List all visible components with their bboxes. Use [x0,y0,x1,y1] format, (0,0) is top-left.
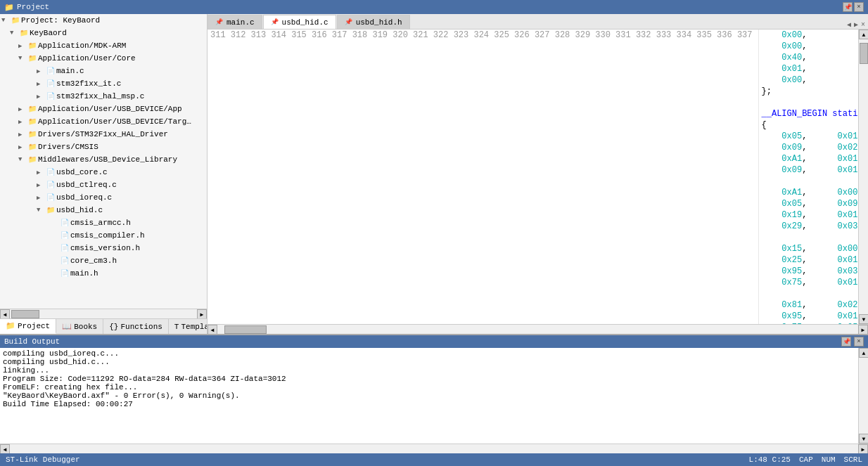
build-scrollbar-v[interactable]: ▲ ▼ [858,348,868,444]
tree-item-main-h[interactable]: ▶ 📄 main.h [0,267,207,280]
folder-icon: 📁 [10,15,21,26]
tab-nav-left[interactable]: ◀ [847,20,851,29]
scroll-right[interactable]: ▶ [858,444,868,454]
expand-icon: ▶ [37,181,45,189]
scroll-track-v[interactable] [859,39,868,314]
tab-usbd-hid-h[interactable]: 📌 usbd_hid.h [337,15,410,29]
item-label: Application/User/USB_DEVICE/Targ… [38,117,191,126]
scroll-up-btn[interactable]: ▲ [859,30,868,39]
title-bar-label: Project [17,3,49,11]
project-tab-label: Project [18,322,50,330]
minimize-button[interactable]: × [854,2,864,12]
tree-item-cmsis[interactable]: ▶ 📁 Drivers/CMSIS [0,141,207,153]
editor-scrollbar-v[interactable]: ▲ ▼ [858,30,868,324]
folder-icon: 📁 [27,116,38,127]
title-bar-buttons[interactable]: 📌 × [843,2,864,12]
item-label: cmsis_compiler.h [70,231,145,240]
tab-usbd-hid-c[interactable]: 📌 usbd_hid.c [263,15,336,29]
tab-nav: ◀ ▶ × [844,20,868,29]
main-area: ▼ 📁 Project: KeyBaord ▼ 📁 KeyBaord ▶ 📁 A… [0,14,868,334]
tree-item-cmsis-compiler[interactable]: ▶ 📄 cmsis_compiler.h [0,229,207,242]
tab-project[interactable]: 📁 Project [0,319,56,334]
folder-icon: 📁 [45,205,56,216]
build-close-btn[interactable]: × [854,337,864,347]
status-right: L:48 C:25 CAP NUM SCRL [749,455,862,464]
tree-item-usbd-ioreq[interactable]: ▶ 📄 usbd_ioreq.c [0,191,207,204]
item-label: Middlewares/USB_Device_Library [38,155,177,164]
scroll-track-h[interactable] [217,325,858,334]
sidebar: ▼ 📁 Project: KeyBaord ▼ 📁 KeyBaord ▶ 📁 A… [0,14,208,334]
scroll-up[interactable]: ▲ [859,348,868,358]
scroll-right-h[interactable]: ▶ [858,325,868,334]
expand-icon: ▶ [37,93,45,101]
item-label: main.h [70,269,98,278]
tree-item-stm32-hal[interactable]: ▶ 📄 stm32f1xx_hal_msp.c [0,90,207,103]
file-icon: 📄 [59,217,70,228]
tree-item-hal-driver[interactable]: ▶ 📁 Drivers/STM32F1xx_HAL_Driver [0,128,207,141]
item-label: cmsis_version.h [70,244,140,252]
scroll-down-btn[interactable]: ▼ [859,314,868,324]
tree-item-mdk[interactable]: ▶ 📁 Application/MDK-ARM [0,39,207,52]
item-label: usbd_ioreq.c [56,193,112,202]
folder-icon: 📁 [27,154,38,165]
tree-item-keybaord[interactable]: ▼ 📁 KeyBaord [0,27,207,39]
expand-icon: ▶ [18,105,27,113]
position-label: L:48 C:25 [749,455,791,464]
scroll-left-h[interactable]: ◀ [208,325,217,334]
tab-books[interactable]: 📖 Books [56,319,103,334]
scroll-left[interactable]: ◀ [0,444,10,454]
tree-item-core-cm3[interactable]: ▶ 📄 core_cm3.h [0,254,207,267]
tab-pin-icon: 📌 [271,18,279,26]
item-label: cmsis_armcc.h [70,219,131,227]
expand-icon: ▼ [1,17,10,24]
tree-item-usbd-core[interactable]: ▶ 📄 usbd_core.c [0,166,207,179]
tree-root[interactable]: ▼ 📁 Project: KeyBaord [0,14,207,27]
sidebar-scrollbar-h[interactable]: ◀ ▶ [0,309,207,318]
item-label: Application/User/Core [38,54,136,63]
tree-item-cmsis-armcc[interactable]: ▶ 📄 cmsis_armcc.h [0,216,207,229]
templates-tab-label: Templates [181,323,208,331]
tree-item-main-c[interactable]: ▶ 📄 main.c [0,65,207,77]
tree-item-stm32-it[interactable]: ▶ 📄 stm32f1xx_it.c [0,77,207,90]
scroll-track[interactable] [859,358,868,434]
tree-item-usbd-hid[interactable]: ▼ 📁 usbd_hid.c [0,204,207,216]
code-content[interactable]: 0x00, 0x00, 0x40, 0x01, 0x00, }; __ALIGN… [759,30,858,324]
status-bar: ST-Link Debugger L:48 C:25 CAP NUM SCRL [0,453,868,466]
scroll-right-btn[interactable]: ▶ [197,309,207,319]
templates-tab-icon: T [174,323,179,331]
build-pin-btn[interactable]: 📌 [841,337,851,347]
tree-item-usb-app[interactable]: ▶ 📁 Application/User/USB_DEVICE/App [0,103,207,115]
books-tab-label: Books [74,323,97,331]
tab-functions[interactable]: {} Functions [103,319,169,334]
tree-item-usercore[interactable]: ▼ 📁 Application/User/Core [0,52,207,65]
tree-item-usb-targ[interactable]: ▶ 📁 Application/User/USB_DEVICE/Targ… [0,115,207,128]
tree-item-middlewares[interactable]: ▼ 📁 Middlewares/USB_Device_Library [0,153,207,166]
expand-icon: ▶ [37,194,45,202]
build-output-content: compiling usbd_ioreq.c...compiling usbd_… [0,348,858,444]
file-icon: 📄 [45,167,56,178]
expand-icon: ▶ [18,42,27,50]
expand-icon: ▼ [37,207,45,214]
file-icon: 📄 [45,65,56,77]
tab-nav-right[interactable]: ▶ [854,20,858,29]
item-label: usbd_core.c [56,168,108,176]
tree-item-cmsis-version[interactable]: ▶ 📄 cmsis_version.h [0,242,207,254]
tree-item-usbd-ctlreq[interactable]: ▶ 📄 usbd_ctlreq.c [0,179,207,191]
pin-button[interactable]: 📌 [843,2,853,12]
build-scrollbar-h[interactable]: ◀ ▶ [0,444,868,453]
tab-close-btn[interactable]: × [861,21,865,29]
tab-main-c[interactable]: 📌 main.c [208,15,262,29]
tab-label: usbd_hid.h [356,18,402,27]
expand-icon: ▼ [18,156,27,163]
scroll-thumb-h[interactable] [224,325,267,334]
root-label: Project: KeyBaord [21,16,100,25]
file-icon: 📄 [45,179,56,190]
folder-icon: 📁 [27,103,38,115]
editor-scrollbar-h[interactable]: ◀ ▶ [208,324,868,334]
sidebar-tree[interactable]: ▼ 📁 Project: KeyBaord ▼ 📁 KeyBaord ▶ 📁 A… [0,14,207,309]
functions-tab-icon: {} [109,323,118,331]
scroll-left-btn[interactable]: ◀ [0,309,10,319]
tab-templates[interactable]: T Templates [169,319,208,334]
scroll-down[interactable]: ▼ [859,434,868,444]
scroll-thumb-v[interactable] [860,43,868,64]
